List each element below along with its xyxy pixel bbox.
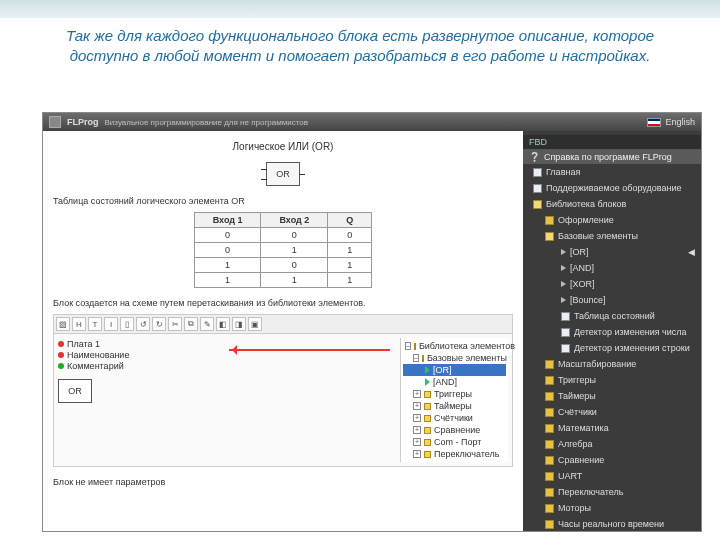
- truth-col: Вход 2: [261, 213, 328, 228]
- truth-cell: 0: [194, 228, 261, 243]
- or-block-label: OR: [276, 169, 290, 179]
- truth-cell: 0: [194, 243, 261, 258]
- help-group[interactable]: Сравнение: [523, 452, 701, 468]
- app-titlebar: FLProg Визуальное программирование для н…: [43, 113, 701, 131]
- toolbar-button[interactable]: ⧉: [184, 317, 198, 331]
- drag-instruction: Блок создается на схеме путем перетаскив…: [53, 298, 513, 308]
- help-item-and[interactable]: [AND]: [523, 260, 701, 276]
- truth-cell: 1: [261, 273, 328, 288]
- help-item-numdetect[interactable]: Детектор изменения числа: [523, 324, 701, 340]
- schema-or-block-icon[interactable]: OR: [58, 379, 92, 403]
- truth-cell: 1: [194, 258, 261, 273]
- truth-cell: 0: [328, 228, 372, 243]
- help-pane: FBD ❔Справка по программе FLProg Главная…: [523, 131, 701, 531]
- language-label: English: [665, 117, 695, 127]
- truth-table: Вход 1 Вход 2 Q 000 011 101 111: [194, 212, 373, 288]
- toolbar-button[interactable]: ▯: [120, 317, 134, 331]
- help-group[interactable]: Алгебра: [523, 436, 701, 452]
- help-group[interactable]: Масштабирование: [523, 356, 701, 372]
- app-name: FLProg: [67, 117, 99, 127]
- lib-item-and[interactable]: [AND]: [403, 376, 506, 388]
- toolbar-button[interactable]: ✎: [200, 317, 214, 331]
- slide-title: Так же для каждого функционального блока…: [30, 26, 690, 67]
- flag-uk-icon: [647, 118, 661, 127]
- drag-arrow-icon: [229, 344, 394, 356]
- truth-cell: 1: [194, 273, 261, 288]
- schema-area: Плата 1 Наименование Комментарий OR –Биб…: [53, 334, 513, 467]
- help-item-xor[interactable]: [XOR]: [523, 276, 701, 292]
- truth-col: Q: [328, 213, 372, 228]
- toolbar-button[interactable]: T: [88, 317, 102, 331]
- help-item-library[interactable]: Библиотека блоков: [523, 196, 701, 212]
- truth-cell: 1: [328, 258, 372, 273]
- help-item-or[interactable]: [OR]◀: [523, 244, 701, 260]
- help-item-hardware[interactable]: Поддерживаемое оборудование: [523, 180, 701, 196]
- lib-item-or[interactable]: [OR]: [403, 364, 506, 376]
- truth-col: Вход 1: [194, 213, 261, 228]
- truth-cell: 0: [261, 258, 328, 273]
- app-tagline: Визуальное программирование для не прогр…: [105, 118, 308, 127]
- doc-heading: Логическое ИЛИ (OR): [53, 141, 513, 152]
- toolbar-button[interactable]: ◨: [232, 317, 246, 331]
- no-params-label: Блок не имеет параметров: [53, 477, 513, 487]
- help-item-truth[interactable]: Таблица состояний: [523, 308, 701, 324]
- help-title: ❔Справка по программе FLProg: [523, 150, 701, 164]
- help-group[interactable]: Таймеры: [523, 388, 701, 404]
- help-tabs[interactable]: FBD: [523, 135, 701, 150]
- toolbar-button[interactable]: H: [72, 317, 86, 331]
- help-item-base[interactable]: Базовые элементы: [523, 228, 701, 244]
- toolbar-button[interactable]: ▧: [56, 317, 70, 331]
- schema-tag-plate: Плата 1: [58, 339, 223, 349]
- toolbar-button[interactable]: ↻: [152, 317, 166, 331]
- schema-tag-comment: Комментарий: [58, 361, 223, 371]
- toolbar-button[interactable]: I: [104, 317, 118, 331]
- help-item-strdetect[interactable]: Детектор изменения строки: [523, 340, 701, 356]
- help-group[interactable]: Переключатель: [523, 484, 701, 500]
- language-switch[interactable]: English: [647, 117, 695, 127]
- app-logo-icon: [49, 116, 61, 128]
- app-window: FLProg Визуальное программирование для н…: [42, 112, 702, 532]
- truth-cell: 1: [261, 243, 328, 258]
- help-item-home[interactable]: Главная: [523, 164, 701, 180]
- document-pane: Логическое ИЛИ (OR) OR Таблица состояний…: [43, 131, 523, 531]
- truth-cell: 1: [328, 273, 372, 288]
- schema-tag-name: Наименование: [58, 350, 223, 360]
- help-item-design[interactable]: Оформление: [523, 212, 701, 228]
- library-tree[interactable]: –Библиотека элементов –Базовые элементы …: [400, 338, 508, 462]
- truth-cell: 0: [261, 228, 328, 243]
- help-group[interactable]: Часы реального времени: [523, 516, 701, 531]
- help-item-bounce[interactable]: [Bounce]: [523, 292, 701, 308]
- help-group[interactable]: Триггеры: [523, 372, 701, 388]
- schema-toolbar: ▧ H T I ▯ ↺ ↻ ✂ ⧉ ✎ ◧ ◨ ▣: [53, 314, 513, 334]
- or-block-icon: OR: [266, 162, 300, 186]
- toolbar-button[interactable]: ◧: [216, 317, 230, 331]
- toolbar-button[interactable]: ✂: [168, 317, 182, 331]
- help-group[interactable]: Счётчики: [523, 404, 701, 420]
- help-group[interactable]: Моторы: [523, 500, 701, 516]
- help-group[interactable]: Математика: [523, 420, 701, 436]
- truth-cell: 1: [328, 243, 372, 258]
- toolbar-button[interactable]: ↺: [136, 317, 150, 331]
- truth-table-caption: Таблица состояний логического элемента O…: [53, 196, 513, 206]
- help-group[interactable]: UART: [523, 468, 701, 484]
- toolbar-button[interactable]: ▣: [248, 317, 262, 331]
